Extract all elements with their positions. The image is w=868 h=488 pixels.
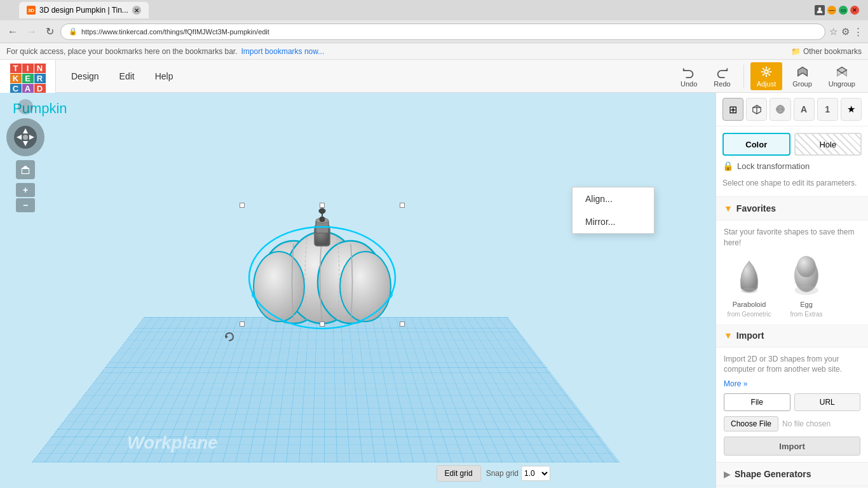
svg-line-7 — [768, 74, 770, 76]
ungroup-icon — [835, 65, 849, 79]
nav-arrows[interactable] — [6, 118, 44, 156]
grid-view-button[interactable]: ⊞ — [722, 98, 743, 121]
undo-button[interactable]: Undo — [674, 62, 703, 90]
address-bar[interactable]: 🔒 https://www.tinkercad.com/things/fQfIM… — [60, 24, 825, 40]
forward-button[interactable]: → — [24, 25, 39, 39]
import-arrow-icon: ▼ — [724, 330, 733, 341]
choose-file-button[interactable]: Choose File — [724, 416, 778, 431]
color-button[interactable]: Color — [722, 133, 790, 156]
back-button[interactable]: ← — [5, 25, 20, 39]
transform-handle-tr[interactable] — [400, 203, 405, 208]
zoom-out-button[interactable]: − — [16, 198, 35, 212]
shape-info-text: Select one shape to edit its parameters. — [722, 176, 862, 190]
menu-button[interactable]: ⋮ — [853, 26, 863, 37]
hole-button[interactable]: Hole — [794, 133, 862, 156]
svg-point-44 — [797, 256, 816, 277]
tab-close-btn[interactable]: ✕ — [132, 6, 141, 15]
group-button[interactable]: Group — [786, 62, 818, 90]
refresh-button[interactable]: ↻ — [43, 24, 57, 39]
main-content: Pumpkin ? — [0, 93, 868, 488]
bookmarks-text: For quick access, place your bookmarks h… — [6, 47, 238, 56]
import-button[interactable]: Import — [724, 437, 860, 456]
redo-icon — [715, 65, 729, 79]
browser-tab[interactable]: 3D 3D design Pumpkin | Tin... ✕ — [19, 2, 149, 18]
lock-transform-label: Lock transformation — [737, 161, 810, 171]
letter-view-button[interactable]: A — [794, 98, 815, 121]
paraboloid-preview — [727, 254, 771, 298]
rotate-handle[interactable] — [224, 331, 235, 342]
close-button[interactable]: ✕ — [850, 6, 859, 15]
shape-generators-title: Shape Generators — [735, 469, 811, 479]
svg-line-8 — [763, 74, 764, 76]
help-menu-item[interactable]: Help — [146, 67, 182, 85]
profile-icon[interactable] — [815, 5, 825, 15]
svg-point-0 — [818, 8, 822, 11]
snap-grid-select[interactable]: 1.0 0.5 0.25 — [521, 466, 550, 481]
svg-rect-20 — [22, 168, 29, 173]
number-view-button[interactable]: 1 — [817, 98, 838, 121]
svg-point-19 — [23, 135, 28, 140]
design-menu-item[interactable]: Design — [62, 67, 108, 85]
group-icon — [796, 65, 810, 79]
svg-point-1 — [764, 70, 768, 74]
svg-line-6 — [763, 68, 764, 70]
import-bookmarks-link[interactable]: Import bookmarks now... — [241, 47, 325, 56]
align-menu-item[interactable]: Align... — [573, 187, 654, 210]
nav-controls: ? — [6, 99, 44, 212]
paraboloid-shape-item[interactable]: Paraboloid from Geometric — [724, 254, 775, 318]
panel-scroll-area[interactable]: ▼ Favorites Star your favorite shapes to… — [716, 197, 868, 488]
favorites-content: Star your favorite shapes to save them h… — [716, 220, 868, 324]
adjust-button[interactable]: Adjust — [750, 62, 783, 90]
maximize-button[interactable]: ▭ — [839, 6, 848, 15]
shape-gen-arrow-icon: ▶ — [724, 469, 731, 479]
star-view-button[interactable]: ★ — [841, 98, 862, 121]
transform-handle-br[interactable] — [400, 322, 405, 327]
import-title: Import — [736, 330, 764, 341]
canvas-area[interactable]: Pumpkin ? — [0, 93, 715, 488]
app-header: T I N K E R C A D Design Edit Help U — [0, 60, 868, 93]
zoom-in-button[interactable]: + — [16, 183, 35, 197]
logo-area[interactable]: T I N K E R C A D — [0, 60, 56, 93]
bookmark-star-button[interactable]: ☆ — [829, 26, 837, 37]
svg-point-33 — [319, 208, 325, 214]
shape-properties: Color Hole 🔒 Lock transformation Select … — [716, 126, 868, 197]
extensions-button[interactable]: ⚙ — [841, 26, 850, 37]
minimize-button[interactable]: — — [827, 6, 836, 15]
undo-icon — [682, 65, 696, 79]
help-circle-btn[interactable]: ? — [18, 99, 33, 114]
snap-grid-label: Snap grid — [486, 469, 519, 478]
file-tab-button[interactable]: File — [724, 393, 790, 411]
shape-generators-header[interactable]: ▶ Shape Generators — [716, 463, 868, 485]
pumpkin-shape[interactable] — [233, 184, 411, 362]
ungroup-button[interactable]: Ungroup — [822, 62, 862, 90]
import-header[interactable]: ▼ Import — [716, 324, 868, 348]
svg-point-45 — [794, 285, 818, 295]
ssl-icon: 🔒 — [69, 27, 78, 36]
browser-toolbar: ← → ↻ 🔒 https://www.tinkercad.com/things… — [0, 20, 868, 43]
toolbar-right: Undo Redo — [674, 62, 868, 90]
transform-handle-tl[interactable] — [240, 203, 245, 208]
redo-button[interactable]: Redo — [707, 62, 736, 90]
edit-menu-item[interactable]: Edit — [111, 67, 144, 85]
svg-marker-10 — [797, 67, 807, 76]
view-type-bar: ⊞ A 1 ★ — [716, 93, 868, 126]
browser-actions: ☆ ⚙ ⋮ — [829, 26, 863, 37]
url-tab-button[interactable]: URL — [794, 393, 861, 411]
transform-handle-bl[interactable] — [240, 322, 245, 327]
egg-preview — [784, 254, 829, 298]
adjust-dropdown-menu: Align... Mirror... — [572, 187, 654, 234]
sphere-view-button[interactable] — [770, 98, 790, 121]
transform-handle-bm[interactable] — [320, 322, 325, 327]
collapse-arrow-icon: ▼ — [724, 203, 733, 214]
favorites-header[interactable]: ▼ Favorites — [716, 197, 868, 220]
edit-grid-button[interactable]: Edit grid — [437, 465, 481, 482]
mirror-menu-item[interactable]: Mirror... — [573, 210, 654, 233]
other-bookmarks[interactable]: 📁 Other bookmarks — [791, 47, 862, 56]
egg-shape-item[interactable]: Egg from Extras — [781, 254, 832, 318]
transform-handle-tm[interactable] — [320, 203, 325, 208]
home-view-button[interactable] — [16, 160, 35, 179]
box-view-button[interactable] — [746, 98, 767, 121]
more-link[interactable]: More » — [724, 379, 747, 388]
color-hole-buttons: Color Hole — [722, 133, 862, 156]
svg-point-27 — [340, 252, 391, 322]
